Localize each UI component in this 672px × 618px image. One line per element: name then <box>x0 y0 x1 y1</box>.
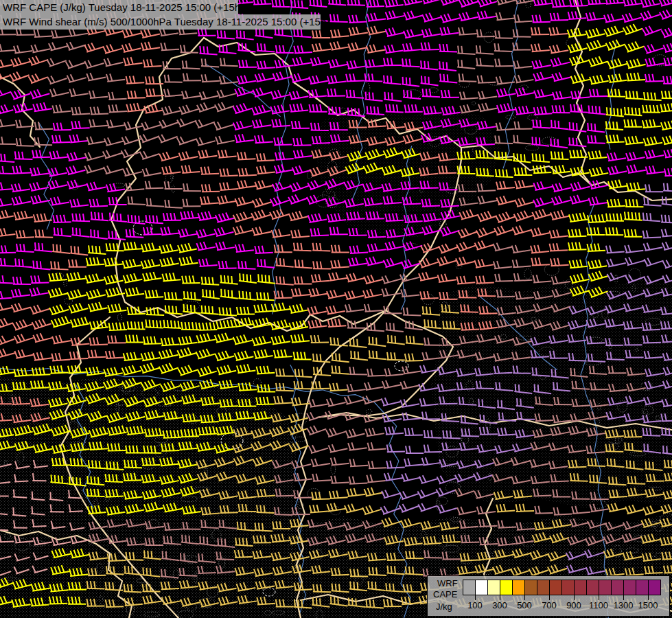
legend-color-scale <box>463 580 661 595</box>
weather-map-viewport: WRF CAPE (J/kg) Tuesday 18-11-2025 15:00… <box>0 0 672 618</box>
legend-swatch <box>512 580 525 595</box>
legend-swatch <box>549 580 562 595</box>
legend-swatch <box>487 580 500 595</box>
title-cape: WRF CAPE (J/kg) Tuesday 18-11-2025 15:00… <box>0 0 238 14</box>
title-windshear: WRF Wind shear (m/s) 500/1000hPa Tuesday… <box>0 14 321 30</box>
legend-swatch <box>561 580 575 595</box>
title-windshear-text: WRF Wind shear (m/s) 500/1000hPa Tuesday… <box>3 16 329 27</box>
legend-tick <box>549 595 550 600</box>
legend-swatch <box>475 580 488 595</box>
legend-swatch <box>636 580 649 595</box>
legend-swatch <box>599 580 612 595</box>
title-cape-text: WRF CAPE (J/kg) Tuesday 18-11-2025 15:00… <box>3 1 244 13</box>
legend-swatch <box>500 580 513 595</box>
legend-swatch <box>537 580 550 595</box>
legend-unit-label: J/kg <box>436 602 452 612</box>
legend-tick <box>599 595 599 600</box>
map-canvas <box>0 0 672 618</box>
legend-swatch <box>623 580 636 595</box>
legend-tick <box>475 595 476 600</box>
legend-param-label: CAPE <box>433 590 457 599</box>
legend-swatch <box>611 580 624 595</box>
legend-tick <box>623 595 624 600</box>
legend-model-label: WRF <box>437 579 458 588</box>
legend-tick <box>500 595 500 600</box>
legend-swatch <box>463 580 476 595</box>
legend-swatch <box>648 580 661 595</box>
legend-tick <box>648 595 649 600</box>
legend-swatch <box>574 580 587 595</box>
legend-tick-label: 1500 <box>633 600 663 610</box>
wind-barb <box>662 76 672 86</box>
legend-tick <box>524 595 525 600</box>
legend-swatch <box>524 580 537 595</box>
cape-legend: WRF CAPE J/kg 10030050070090011001300150… <box>427 575 670 617</box>
legend-swatch <box>586 580 599 595</box>
legend-tick <box>574 595 575 600</box>
